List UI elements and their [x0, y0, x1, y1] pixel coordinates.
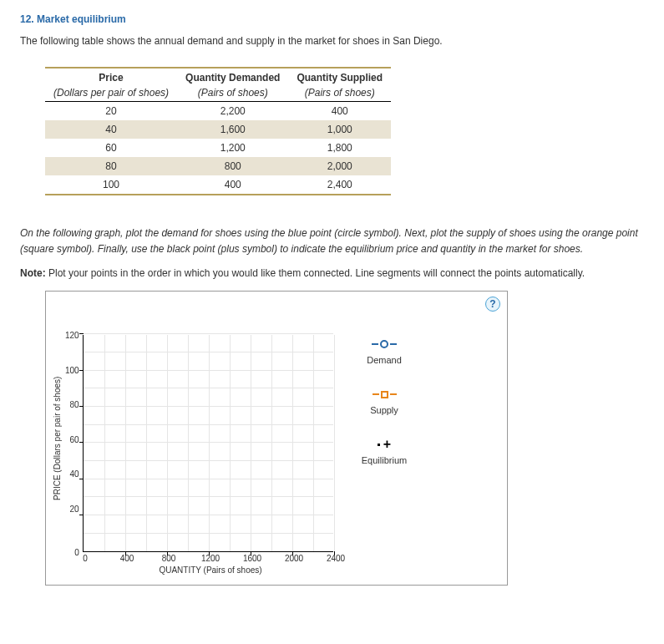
table-row: 808002,000 [45, 157, 391, 175]
table-row: 401,6001,000 [45, 120, 391, 139]
table-row: 202,200400 [45, 102, 391, 121]
legend-demand[interactable]: Demand [351, 338, 418, 365]
col-head-supply: Quantity Supplied [288, 68, 391, 84]
intro-text: The following table shows the annual dem… [20, 35, 644, 47]
graph-note: Note: Plot your points in the order in w… [20, 267, 644, 279]
legend: Demand Supply + Equilibrium [336, 335, 418, 575]
col-head-demand: Quantity Demanded [177, 68, 288, 84]
x-ticks: 04008001200160020002400 [85, 552, 336, 564]
legend-supply[interactable]: Supply [351, 388, 418, 415]
table-row: 601,2001,800 [45, 139, 391, 157]
question-heading: 12. Market equilibrium [20, 13, 644, 25]
square-icon [381, 391, 388, 398]
plus-icon: + [383, 440, 391, 449]
y-ticks: 120 100 80 60 40 20 0 [65, 335, 79, 552]
y-axis-label: PRICE (Dollars per pair of shoes) [53, 335, 62, 541]
col-sub-price: (Dollars per pair of shoes) [45, 84, 177, 102]
col-sub-supply: (Pairs of shoes) [288, 84, 391, 102]
plot-area[interactable] [83, 335, 333, 552]
x-axis-label: QUANTITY (Pairs of shoes) [85, 565, 336, 575]
graph-panel: ? PRICE (Dollars per pair of shoes) 120 … [45, 291, 508, 586]
table-row: 1004002,400 [45, 175, 391, 195]
col-head-price: Price [45, 68, 177, 84]
circle-icon [380, 340, 388, 348]
legend-equilibrium[interactable]: + Equilibrium [351, 439, 418, 465]
help-icon[interactable]: ? [485, 297, 500, 312]
data-table: Price Quantity Demanded Quantity Supplie… [45, 67, 644, 195]
graph-instructions: On the following graph, plot the demand … [20, 226, 644, 257]
col-sub-demand: (Pairs of shoes) [177, 84, 288, 102]
